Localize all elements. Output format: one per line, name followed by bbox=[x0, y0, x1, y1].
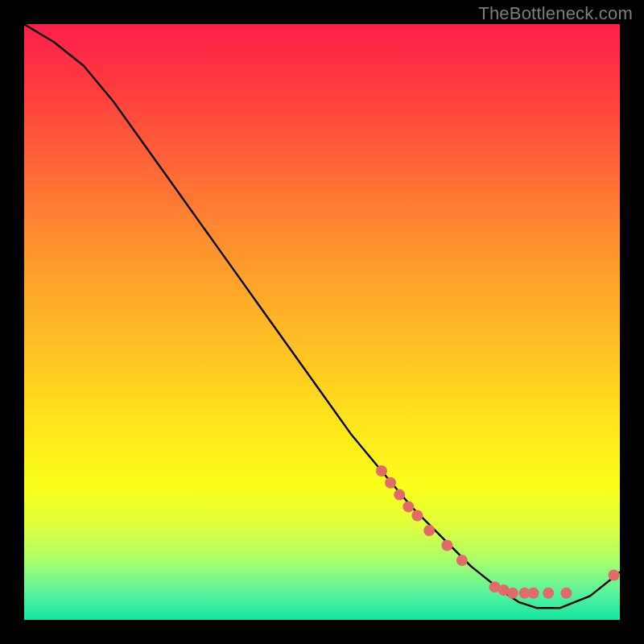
chart-frame: TheBottleneck.com bbox=[0, 0, 644, 644]
data-marker bbox=[402, 501, 414, 512]
data-marker bbox=[528, 588, 539, 599]
data-marker bbox=[376, 465, 387, 477]
data-marker bbox=[441, 540, 452, 551]
data-marker bbox=[394, 489, 405, 501]
data-marker bbox=[560, 588, 572, 599]
data-marker bbox=[423, 525, 435, 536]
bottleneck-curve bbox=[24, 24, 620, 608]
data-marker bbox=[543, 588, 554, 599]
plot-area bbox=[24, 24, 620, 620]
data-marker bbox=[507, 588, 518, 599]
watermark-text: TheBottleneck.com bbox=[478, 3, 633, 24]
data-marker bbox=[609, 570, 620, 581]
data-marker bbox=[411, 510, 423, 522]
chart-svg bbox=[24, 24, 620, 620]
data-marker bbox=[385, 477, 396, 489]
data-markers-group bbox=[376, 465, 620, 599]
data-marker bbox=[456, 555, 468, 566]
